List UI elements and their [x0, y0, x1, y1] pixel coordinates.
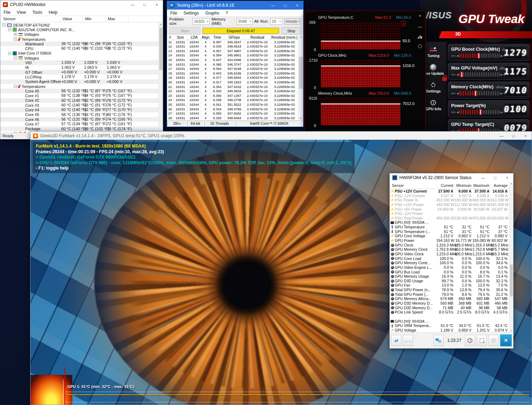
minimize-button[interactable]: —: [495, 132, 508, 140]
sidebar-item-tuning[interactable]: Tuning: [427, 46, 439, 58]
column-header-current[interactable]: Current: [436, 183, 454, 188]
sensor-row-gpu-temperature[interactable]: GPU Temperature (...51 °C31 °C51 °C37 °C: [390, 229, 509, 234]
memory-select[interactable]: 2048▾: [237, 18, 253, 25]
hwmonitor-titlebar[interactable]: CPUID HWMonitor — □ ×: [0, 0, 163, 9]
slider[interactable]: [460, 110, 499, 114]
result-row[interactable]: 13163311634448.357347.49872.430327e-103.…: [167, 49, 298, 54]
menu-item-graphs[interactable]: Graphs: [202, 11, 222, 16]
tree-row-vid[interactable]: VID1.039 V1.039 V1.039 V: [0, 60, 159, 65]
result-row[interactable]: 14163311634448.394345.99012.430327e-103.…: [167, 53, 298, 58]
sensor-row-gpu-video-engine-l[interactable]: GPU Video Engine L...0.0 %0.0 %0.0 %0.0 …: [390, 265, 509, 270]
remote-monitor-button[interactable]: [433, 335, 444, 346]
tree-row-core-1[interactable]: Core #159 °C (138 °F)34 °C (93 °F)75 °C …: [0, 93, 159, 98]
sensor-group-header[interactable]: GPU [#0]: NVIDIA ...: [390, 319, 509, 324]
maximize-button[interactable]: □: [139, 0, 151, 9]
column-header-min[interactable]: Min: [85, 17, 92, 21]
tree-row-core-2[interactable]: Core #260 °C (140 °F)32 °C (89 °F)78 °C …: [0, 98, 159, 103]
column-header-sensor[interactable]: Sensor: [390, 183, 436, 188]
linx-titlebar[interactable]: Testing (28/∞) - LinX v0.6.6.1E — □ ×: [167, 1, 303, 10]
sensor-row-gpu-vrm-temperat[interactable]: GPU VRM Temperat...61.0 °C34.0 °C61.0 °C…: [390, 323, 509, 328]
sensor-row-gpu-bus-load[interactable]: GPU Bus Load0.0 %0.0 %8.0 %0.1 %: [390, 270, 509, 274]
menu-item-settings[interactable]: Settings: [180, 11, 202, 16]
maximize-button[interactable]: □: [508, 132, 520, 140]
sensor-row-gpu-memory-contr[interactable]: GPU Memory Contr...100.0 %0.0 %100.0 %34…: [390, 261, 509, 265]
sensor-row-gpu-d3d-memory-d[interactable]: GPU D3D Memory D...593 MB368 MB601 MB466…: [390, 301, 509, 306]
tree-row-core-7[interactable]: Core #757 °C (134 °F)31 °C (87 °F)72 °C …: [0, 122, 159, 126]
collapse-columns-button[interactable]: →←: [403, 335, 413, 346]
result-row[interactable]: 26163311634448.334348.47662.430327e-103.…: [167, 107, 298, 112]
menu-item-[interactable]: ?: [222, 11, 231, 16]
tree-expander-icon[interactable]: −: [8, 28, 11, 31]
sensor-row-gpu-voltage[interactable]: ⚡GPU Voltage1.189 V0.859 V1.201 V0.974 V: [390, 328, 509, 332]
tree-expander-icon[interactable]: −: [14, 38, 17, 41]
tree-row-gt-offset[interactable]: GT Offset+0.000 V+0.000 V+0.000 V: [0, 70, 159, 74]
sensor-row-psu-power-in[interactable]: ⚡PSU Power In452.000 W100.000 W460.000 W…: [390, 198, 509, 202]
menu-item-file[interactable]: File: [167, 11, 180, 16]
minimize-icon[interactable]: —: [418, 24, 422, 29]
tree-expander-icon[interactable]: +: [14, 33, 17, 36]
column-header-maximum[interactable]: Maximum: [472, 183, 491, 188]
tree-row-cpu[interactable]: CPU60 °C (140 °F)39 °C (102 °F)78 °C (17…: [0, 46, 159, 51]
maximize-button[interactable]: □: [489, 173, 501, 182]
all-label[interactable]: All: [254, 19, 259, 23]
column-header-minimum[interactable]: Minimum: [454, 183, 472, 188]
result-row[interactable]: 25163311634448.261351.55222.430327e-103.…: [167, 102, 298, 107]
column-header-max[interactable]: Max: [108, 17, 115, 21]
tree-row-asustek-computer-inc-r[interactable]: −ASUSTeK COMPUTER INC. R...: [0, 27, 159, 32]
hwinfo-scrollbar[interactable]: ▴▾: [509, 182, 513, 332]
sensor-row-psu-total-power[interactable]: ⚡PSU Total Power468.000 W128.000 W470.00…: [390, 216, 509, 221]
hwmonitor-scrollbar[interactable]: ▴: [159, 23, 163, 133]
graph-icon[interactable]: [418, 35, 422, 39]
add-report-button[interactable]: [477, 335, 487, 346]
close-sensors-button[interactable]: ×: [500, 334, 512, 346]
sensor-row-psu-12v-power[interactable]: ⚡PSU +12V Power440.000 W112.000 W440.000…: [390, 202, 509, 207]
menu-item-tools[interactable]: Tools: [29, 10, 45, 15]
tree-expander-icon[interactable]: −: [14, 85, 17, 88]
minimize-button[interactable]: —: [477, 173, 489, 182]
problem-size-select[interactable]: 16331▾: [193, 18, 210, 25]
result-row[interactable]: 28163311634448.325348.84642.430327e-103.…: [167, 116, 298, 121]
sensor-row-gpu-temperature[interactable]: GPU Temperature51 °C31 °C51 °C37 °C: [390, 225, 509, 229]
column-header-residual[interactable]: Residual: [244, 35, 271, 40]
hwmonitor-column-header[interactable]: SensorValueMinMax: [0, 16, 163, 22]
lock-icon[interactable]: [442, 77, 447, 81]
column-header-sensor[interactable]: Sensor: [3, 17, 16, 21]
scrollbar-thumb[interactable]: [510, 265, 513, 296]
tree-row-llc-ring[interactable]: LLC/Ring1.178 V1.178 V1.178 V: [0, 74, 159, 79]
close-button[interactable]: ×: [291, 1, 303, 10]
tree-row-mainboard[interactable]: Mainboard39 °C (102 °F)36 °C (96 °F)39 °…: [0, 41, 159, 46]
menu-item-file[interactable]: File: [0, 10, 13, 15]
linx-scrollbar[interactable]: ▴▾: [298, 35, 303, 120]
slider-thumb[interactable]: [480, 109, 482, 115]
sensor-row-gpu-clock[interactable]: GPU Clock1,316.3 MHz135.0 MHz1,316.3 MHz…: [390, 243, 509, 248]
result-row[interactable]: 12163311634448.330348.65182.430327e-103.…: [167, 44, 298, 49]
result-row[interactable]: 11163311634448.387346.25472.430327e-103.…: [167, 40, 298, 45]
column-header-gflops[interactable]: GFlops: [225, 35, 244, 40]
sensor-row-psu-12v-current[interactable]: ⚡PSU -12V Current0.027 A0.027 A0.049 A0.…: [390, 194, 509, 198]
column-header-align[interactable]: Align: [201, 35, 210, 40]
tree-row-system-agent-offset[interactable]: System Agent Offset+0.000 V+0.000 V+0.00…: [0, 79, 159, 84]
close-button[interactable]: ×: [520, 132, 532, 140]
sensor-row-gpu-memory-usage[interactable]: GPU Memory Usage16.4 %11.0 %16.7 %13.4 %: [390, 274, 509, 279]
sensor-group-header[interactable]: GPU [#0]: NVIDIA ...: [390, 220, 509, 225]
tree-row-temperatures[interactable]: −Temperatures: [0, 84, 159, 89]
settings-button[interactable]: [488, 335, 499, 346]
sensor-row-gpu-core-voltage[interactable]: ⚡GPU Core Voltage1.212 V0.862 V1.212 V0.…: [390, 234, 509, 238]
tree-expander-icon[interactable]: −: [8, 52, 11, 55]
sidebar-item-live-update[interactable]: Live Update: [423, 64, 444, 76]
column-header-size[interactable]: Size: [173, 35, 188, 40]
tree-row-core-4[interactable]: Core #460 °C (140 °F)32 °C (89 °F)77 °C …: [0, 107, 159, 112]
menu-item-view[interactable]: View: [13, 10, 29, 15]
sidebar-item-gpu-info[interactable]: iGPU Info: [426, 99, 442, 111]
result-row[interactable]: 20163311634448.317349.19222.430327e-103.…: [167, 80, 298, 85]
alarm-icon[interactable]: ▲: [401, 21, 406, 26]
sensor-row-gpu-memory-alloca[interactable]: GPU Memory Alloca...674 MB450 MB682 MB54…: [390, 296, 509, 301]
slider-thumb[interactable]: [478, 53, 480, 59]
tree-row-desktop-eft62n2[interactable]: −DESKTOP-EFT62N2: [0, 23, 159, 27]
sensor-row-gpu-video-clock[interactable]: GPU Video Clock1,215.0 MHz405.0 MHz1,215…: [390, 252, 509, 256]
tree-row-temperatures[interactable]: −Temperatures: [0, 37, 159, 41]
tree-row-core-6[interactable]: Core #656 °C (132 °F)32 °C (89 °F)74 °C …: [0, 117, 159, 122]
run-select[interactable]: 10▾: [270, 18, 282, 25]
swap-columns-button[interactable]: ⇄: [391, 335, 401, 346]
menu-item-help[interactable]: Help: [45, 10, 61, 15]
